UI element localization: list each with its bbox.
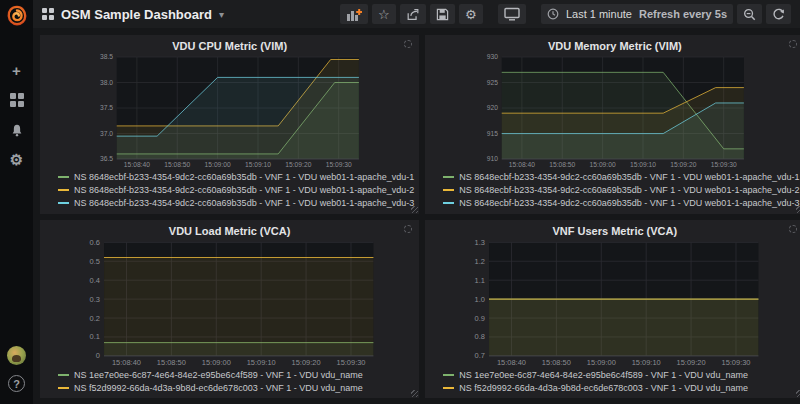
svg-text:0.2: 0.2 bbox=[89, 313, 99, 322]
svg-text:15:09:10: 15:09:10 bbox=[247, 358, 276, 367]
legend-item[interactable]: NS 8648ecbf-b233-4354-9dc2-cc60a69b35db … bbox=[58, 184, 414, 197]
panel-title[interactable]: VDU Memory Metric (VIM) bbox=[548, 40, 682, 52]
legend-label[interactable]: NS f52d9992-66da-4d3a-9b8d-ec6de678c003 … bbox=[74, 383, 363, 393]
chart-legend: NS 1ee7e0ee-6c87-4e64-84e2-e95be6c4f589 … bbox=[430, 367, 799, 396]
svg-text:0.3: 0.3 bbox=[89, 294, 99, 303]
share-icon bbox=[406, 8, 420, 21]
legend-item[interactable]: NS 8648ecbf-b233-4354-9dc2-cc60a69b35db … bbox=[443, 197, 799, 210]
legend-label[interactable]: NS 8648ecbf-b233-4354-9dc2-cc60a69b35db … bbox=[459, 172, 799, 182]
refresh-button[interactable] bbox=[766, 4, 791, 24]
help-icon[interactable]: ? bbox=[8, 375, 25, 392]
legend-label[interactable]: NS 1ee7e0ee-6c87-4e64-84e2-e95be6c4f589 … bbox=[74, 370, 363, 380]
panel-header: VDU CPU Metric (VIM) bbox=[45, 38, 414, 54]
legend-label[interactable]: NS 8648ecbf-b233-4354-9dc2-cc60a69b35db … bbox=[459, 198, 799, 208]
svg-text:915: 915 bbox=[487, 130, 498, 137]
main-area: OSM Sample Dashboard ▾ ☆ bbox=[33, 0, 800, 404]
svg-text:37.5: 37.5 bbox=[100, 104, 113, 111]
refresh-spinner-icon bbox=[404, 40, 412, 48]
panel-resize-handle[interactable] bbox=[411, 390, 418, 397]
legend-color-swatch bbox=[58, 387, 69, 389]
dashboards-icon[interactable] bbox=[7, 91, 27, 109]
svg-text:0.9: 0.9 bbox=[475, 313, 485, 322]
svg-text:1.1: 1.1 bbox=[475, 275, 485, 284]
top-navbar: OSM Sample Dashboard ▾ ☆ bbox=[33, 0, 800, 28]
legend-label[interactable]: NS 1ee7e0ee-6c87-4e64-84e2-e95be6c4f589 … bbox=[459, 370, 748, 380]
panel-title[interactable]: VDU CPU Metric (VIM) bbox=[172, 40, 287, 52]
svg-text:910: 910 bbox=[487, 155, 498, 162]
add-panel-button[interactable] bbox=[340, 4, 368, 24]
star-dashboard-button[interactable]: ☆ bbox=[372, 4, 396, 24]
legend-color-swatch bbox=[443, 202, 454, 204]
legend-item[interactable]: NS 1ee7e0ee-6c87-4e64-84e2-e95be6c4f589 … bbox=[58, 368, 414, 381]
svg-text:0.4: 0.4 bbox=[89, 275, 99, 284]
chevron-down-icon[interactable]: ▾ bbox=[219, 9, 224, 20]
svg-text:15:09:20: 15:09:20 bbox=[285, 161, 311, 168]
legend-label[interactable]: NS 8648ecbf-b233-4354-9dc2-cc60a69b35db … bbox=[74, 198, 414, 208]
dashboard-settings-button[interactable]: ⚙ bbox=[459, 4, 483, 24]
legend-item[interactable]: NS 8648ecbf-b233-4354-9dc2-cc60a69b35db … bbox=[443, 171, 799, 184]
svg-text:1.0: 1.0 bbox=[475, 294, 485, 303]
legend-item[interactable]: NS 1ee7e0ee-6c87-4e64-84e2-e95be6c4f589 … bbox=[443, 368, 799, 381]
legend-item[interactable]: NS f52d9992-66da-4d3a-9b8d-ec6de678c003 … bbox=[58, 381, 414, 394]
svg-text:15:09:30: 15:09:30 bbox=[336, 358, 365, 367]
clock-icon bbox=[547, 8, 559, 20]
refresh-icon bbox=[772, 8, 785, 21]
dashboard-title[interactable]: OSM Sample Dashboard bbox=[61, 7, 212, 22]
panel-title[interactable]: VDU Load Metric (VCA) bbox=[169, 225, 291, 237]
legend-color-swatch bbox=[443, 374, 454, 376]
legend-label[interactable]: NS 8648ecbf-b233-4354-9dc2-cc60a69b35db … bbox=[74, 172, 414, 182]
legend-label[interactable]: NS 8648ecbf-b233-4354-9dc2-cc60a69b35db … bbox=[74, 185, 414, 195]
cpu-line-chart[interactable]: 36.537.037.538.038.515:08:4015:08:5015:0… bbox=[45, 54, 414, 170]
panel-vnf-users-metric: VNF Users Metric (VCA) 0.70.80.91.01.11.… bbox=[425, 220, 800, 399]
legend-item[interactable]: NS 8648ecbf-b233-4354-9dc2-cc60a69b35db … bbox=[443, 184, 799, 197]
svg-text:15:09:30: 15:09:30 bbox=[722, 358, 751, 367]
svg-text:930: 930 bbox=[487, 54, 498, 60]
time-picker-button[interactable]: Last 1 minute Refresh every 5s bbox=[541, 4, 733, 24]
dashboard-grid: VDU CPU Metric (VIM) 36.537.037.538.038.… bbox=[33, 28, 800, 404]
users-line-chart[interactable]: 0.70.80.91.01.11.21.315:08:4015:08:5015:… bbox=[430, 239, 799, 368]
add-panel-icon bbox=[346, 8, 362, 21]
magnifier-icon bbox=[743, 8, 756, 21]
legend-item[interactable]: NS 8648ecbf-b233-4354-9dc2-cc60a69b35db … bbox=[58, 171, 414, 184]
user-avatar[interactable] bbox=[7, 346, 26, 365]
grafana-app: + ⚙ ? OSM Sample Dashboard ▾ bbox=[0, 0, 800, 404]
grafana-logo-icon[interactable] bbox=[6, 5, 28, 27]
save-dashboard-button[interactable] bbox=[430, 4, 455, 24]
legend-label[interactable]: NS 8648ecbf-b233-4354-9dc2-cc60a69b35db … bbox=[459, 185, 799, 195]
svg-text:15:09:10: 15:09:10 bbox=[245, 161, 271, 168]
tv-mode-button[interactable] bbox=[498, 4, 526, 24]
load-line-chart[interactable]: 00.10.20.30.40.50.615:08:4015:08:5015:09… bbox=[45, 239, 414, 368]
zoom-out-button[interactable] bbox=[737, 4, 762, 24]
panel-resize-handle[interactable] bbox=[796, 390, 800, 397]
svg-text:1.2: 1.2 bbox=[475, 256, 485, 265]
memory-line-chart[interactable]: 91091592092593015:08:4015:08:5015:09:001… bbox=[430, 54, 799, 170]
legend-item[interactable]: NS f52d9992-66da-4d3a-9b8d-ec6de678c003 … bbox=[443, 381, 799, 394]
refresh-spinner-icon bbox=[789, 225, 797, 233]
refresh-interval-label[interactable]: Refresh every 5s bbox=[639, 8, 727, 20]
panel-resize-handle[interactable] bbox=[411, 206, 418, 213]
svg-text:15:09:30: 15:09:30 bbox=[711, 161, 737, 168]
refresh-spinner-icon bbox=[404, 225, 412, 233]
panel-resize-handle[interactable] bbox=[796, 206, 800, 213]
create-plus-icon[interactable]: + bbox=[7, 61, 27, 79]
legend-color-swatch bbox=[58, 374, 69, 376]
panel-header: VDU Memory Metric (VIM) bbox=[430, 38, 799, 54]
configuration-gear-icon[interactable]: ⚙ bbox=[7, 151, 27, 169]
alerting-bell-icon[interactable] bbox=[7, 121, 27, 139]
svg-text:15:09:10: 15:09:10 bbox=[632, 358, 661, 367]
svg-text:15:09:20: 15:09:20 bbox=[671, 161, 697, 168]
legend-label[interactable]: NS f52d9992-66da-4d3a-9b8d-ec6de678c003 … bbox=[459, 383, 748, 393]
svg-text:1.3: 1.3 bbox=[475, 239, 485, 247]
svg-text:15:09:00: 15:09:00 bbox=[587, 358, 616, 367]
panel-vdu-memory-metric: VDU Memory Metric (VIM) 9109159209259301… bbox=[425, 35, 800, 214]
panel-title[interactable]: VNF Users Metric (VCA) bbox=[552, 225, 677, 237]
legend-item[interactable]: NS 8648ecbf-b233-4354-9dc2-cc60a69b35db … bbox=[58, 197, 414, 210]
svg-text:15:09:20: 15:09:20 bbox=[292, 358, 321, 367]
share-dashboard-button[interactable] bbox=[400, 4, 426, 24]
dashboard-title-group[interactable]: OSM Sample Dashboard ▾ bbox=[42, 7, 224, 22]
legend-color-swatch bbox=[443, 387, 454, 389]
svg-text:38.0: 38.0 bbox=[100, 79, 113, 86]
navbar-actions: ☆ ⚙ bbox=[340, 4, 791, 24]
chart-legend: NS 8648ecbf-b233-4354-9dc2-cc60a69b35db … bbox=[430, 170, 799, 212]
dashboard-grid-icon bbox=[42, 8, 54, 20]
